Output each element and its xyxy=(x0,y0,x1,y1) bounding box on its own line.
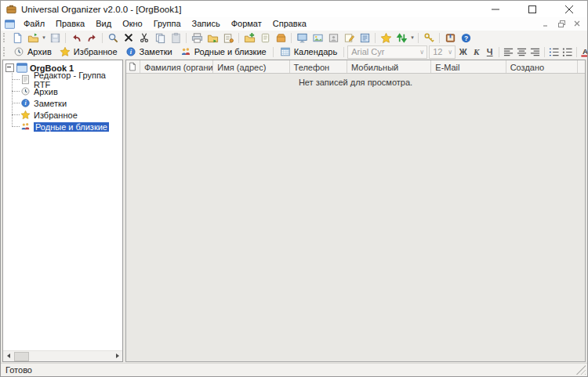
undo-button[interactable] xyxy=(68,31,84,44)
italic-button[interactable]: К xyxy=(470,45,483,58)
menu-window[interactable]: Окно xyxy=(117,17,148,31)
sync-dropdown-caret[interactable]: ▾ xyxy=(409,34,416,41)
arrow-right-icon xyxy=(116,353,119,358)
bullet-list-button[interactable] xyxy=(561,45,574,58)
minimize-button[interactable] xyxy=(477,1,514,17)
menu-file[interactable]: Файл xyxy=(18,17,50,31)
scroll-left-button[interactable] xyxy=(3,351,13,361)
toolbar-grip[interactable] xyxy=(3,33,7,42)
document-window-icon xyxy=(5,20,15,29)
page-icon xyxy=(128,62,137,71)
chevron-down-icon: ∨ xyxy=(445,49,455,56)
password-button[interactable] xyxy=(421,31,437,44)
mdi-minimize-button[interactable] xyxy=(539,18,553,29)
scrollbar-thumb[interactable] xyxy=(14,352,29,361)
export-folder-icon xyxy=(207,32,219,44)
chevron-down-icon: ∨ xyxy=(417,49,426,56)
align-left-button[interactable] xyxy=(502,45,515,58)
sync-button[interactable] xyxy=(394,31,409,44)
column-header-email[interactable]: E-Mail xyxy=(431,60,506,73)
tree-item-archive[interactable]: Архив xyxy=(12,85,122,97)
mdi-close-button[interactable] xyxy=(570,18,584,29)
font-name-combo[interactable]: Arial Cyr ∨ xyxy=(347,45,427,59)
font-size-combo[interactable]: 12 ∨ xyxy=(429,45,456,59)
mdi-restore-button[interactable] xyxy=(554,18,568,29)
report-button[interactable] xyxy=(357,31,372,44)
edit-note-button[interactable] xyxy=(341,31,357,44)
menu-record[interactable]: Запись xyxy=(187,17,226,31)
numbered-list-button[interactable] xyxy=(547,45,561,58)
help-button[interactable]: ? xyxy=(458,31,474,44)
column-header-phone[interactable]: Телефон xyxy=(290,60,348,73)
column-header-mobile[interactable]: Мобильный xyxy=(347,60,431,73)
column-header-created[interactable]: Создано xyxy=(506,60,578,73)
picture-button[interactable] xyxy=(310,31,325,44)
menu-group[interactable]: Группа xyxy=(148,17,187,31)
export-button[interactable] xyxy=(205,31,220,44)
favorites-nav-button[interactable]: Избранное xyxy=(56,45,122,58)
calendar-nav-button[interactable]: Календарь xyxy=(276,45,342,58)
window-title: Universal Organizer v2.0.0 - [OrgBook1] xyxy=(21,5,182,14)
menu-format[interactable]: Формат xyxy=(226,17,267,31)
cut-button[interactable] xyxy=(136,31,152,44)
family-nav-label: Родные и близкие xyxy=(194,47,267,56)
redo-button[interactable] xyxy=(84,31,100,44)
notes-nav-button[interactable]: i Заметки xyxy=(122,45,176,58)
tree-horizontal-scrollbar[interactable] xyxy=(3,350,122,361)
toolbar-grip[interactable] xyxy=(3,47,7,56)
column-header-name[interactable]: Имя (адрес) xyxy=(213,60,289,73)
maximize-button[interactable] xyxy=(514,1,550,17)
add-note-button[interactable] xyxy=(257,31,273,44)
monitor-icon xyxy=(296,32,308,44)
tree-item-family[interactable]: Родные и близкие xyxy=(12,121,122,132)
save-button[interactable] xyxy=(47,31,63,44)
maximize-icon xyxy=(528,5,536,13)
tree-item-favorites[interactable]: Избранное xyxy=(12,109,122,121)
status-bar: Готово xyxy=(1,363,587,376)
help-icon: ? xyxy=(460,32,472,44)
screen-view-button[interactable] xyxy=(294,31,310,44)
menu-edit[interactable]: Правка xyxy=(50,17,90,31)
minimize-icon xyxy=(492,5,499,13)
import-button[interactable] xyxy=(220,31,236,44)
open-dropdown-caret[interactable]: ▾ xyxy=(41,34,47,41)
column-header-surname[interactable]: Фамилия (организац... xyxy=(140,60,213,73)
basket-icon xyxy=(275,32,287,44)
manual-button[interactable] xyxy=(442,31,458,44)
print-button[interactable] xyxy=(189,31,205,44)
tree-item-editor[interactable]: Редактор - Группа RTF xyxy=(12,74,122,85)
add-group-button[interactable] xyxy=(241,31,257,44)
scroll-right-button[interactable] xyxy=(112,351,122,361)
copy-button[interactable] xyxy=(152,31,168,44)
new-document-button[interactable] xyxy=(9,31,25,44)
family-nav-button[interactable]: Родные и близкие xyxy=(176,45,270,58)
underline-button[interactable]: Ч xyxy=(483,45,496,58)
folder-plus-icon xyxy=(244,32,256,44)
search-button[interactable] xyxy=(105,31,121,44)
new-document-icon xyxy=(12,32,24,44)
bold-button[interactable]: Ж xyxy=(456,45,470,58)
paste-button[interactable] xyxy=(168,31,183,44)
archive-nav-button[interactable]: Архив xyxy=(9,45,56,58)
menu-help[interactable]: Справка xyxy=(267,17,312,31)
favorites-nav-label: Избранное xyxy=(74,47,118,56)
orgbook-icon xyxy=(16,63,27,74)
tree-item-notes[interactable]: i Заметки xyxy=(12,97,122,109)
align-right-button[interactable] xyxy=(528,45,542,58)
paste-icon xyxy=(170,32,182,44)
favorites-button[interactable] xyxy=(378,31,394,44)
photo-button[interactable] xyxy=(325,31,341,44)
tree-item-label-selected: Родные и близкие xyxy=(34,122,109,132)
open-file-button[interactable] xyxy=(25,31,41,44)
close-button[interactable] xyxy=(550,1,587,17)
delete-button[interactable] xyxy=(121,31,136,44)
basket-button[interactable] xyxy=(273,31,289,44)
font-color-button[interactable]: A xyxy=(579,45,587,58)
archive-nav-label: Архив xyxy=(27,47,52,56)
tree-item-label: Избранное xyxy=(34,111,78,120)
collapse-expander-icon[interactable] xyxy=(5,63,14,72)
resize-grip[interactable] xyxy=(576,365,586,375)
menu-view[interactable]: Вид xyxy=(90,17,117,31)
record-type-column-header[interactable] xyxy=(126,60,140,73)
align-center-button[interactable] xyxy=(515,45,528,58)
